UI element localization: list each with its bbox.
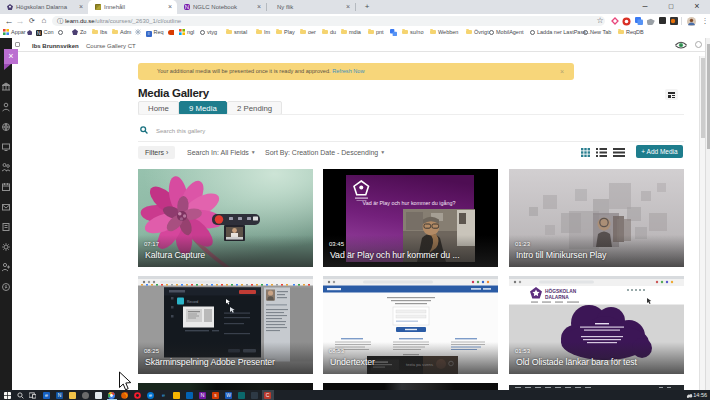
svg-text:Vad är Play och hur kommer du: Vad är Play och hur kommer du igång? [362,200,455,206]
svg-text:DALARNA: DALARNA [545,295,569,300]
svg-text:Record: Record [187,300,198,304]
svg-text:HÖGSKOLAN: HÖGSKOLAN [545,288,577,294]
